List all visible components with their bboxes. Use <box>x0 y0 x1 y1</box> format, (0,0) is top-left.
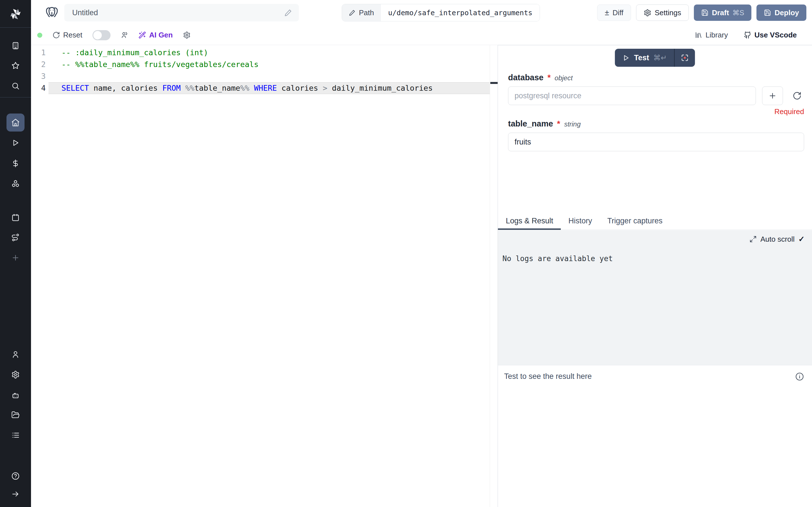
table-name-input[interactable] <box>508 133 804 151</box>
code-editor[interactable]: 1-- :daily_minimum_calories (int)2-- %%t… <box>31 45 490 507</box>
database-resource-input[interactable] <box>508 87 756 105</box>
code-line[interactable]: 3 <box>31 70 490 82</box>
sidebar-item-resources-cubes-icon[interactable] <box>11 179 20 188</box>
settings-button[interactable]: Settings <box>636 4 689 21</box>
script-title: Untitled <box>72 8 284 17</box>
code-text: SELECT name, calories FROM %%table_name%… <box>46 82 433 94</box>
code-text <box>46 70 61 82</box>
code-line[interactable]: 1-- :daily_minimum_calories (int) <box>31 47 490 59</box>
editor-settings-gear-icon[interactable] <box>183 31 191 39</box>
home-icon <box>11 118 20 127</box>
settings-button-label: Settings <box>655 8 681 17</box>
toggle-knob <box>93 31 102 40</box>
tab-trigger-captures[interactable]: Trigger captures <box>600 212 670 230</box>
use-vscode-button[interactable]: Use VScode <box>744 31 797 40</box>
toolbar-left: Reset AI Gen <box>37 30 191 40</box>
code-text: -- :daily_minimum_calories (int) <box>46 47 208 59</box>
windmill-logo-icon[interactable] <box>9 8 22 20</box>
sidebar-add-plus-icon[interactable] <box>11 253 20 262</box>
refresh-resources-button[interactable] <box>791 90 803 102</box>
database-input-row <box>508 87 804 105</box>
field-name-database: database <box>508 73 544 82</box>
sidebar-item-home[interactable] <box>6 114 24 131</box>
sidebar-divider <box>0 97 31 98</box>
windmill-editor-window: Untitled Path u/demo/safe_interpolated_a… <box>0 0 812 507</box>
diff-plus-minus-icon: ± <box>605 9 609 17</box>
postgresql-elephant-icon <box>45 5 59 20</box>
deploy-button[interactable]: Deploy <box>756 4 806 21</box>
capture-scan-icon <box>680 54 689 62</box>
run-panel: Test ⌘↵ database* object <box>498 45 812 507</box>
autoscroll-label[interactable]: Auto scroll <box>760 235 795 244</box>
cursor-position-marker <box>490 82 498 84</box>
logs-empty-message: No logs are available yet <box>502 255 812 263</box>
script-title-input[interactable]: Untitled <box>64 4 299 21</box>
test-shortcut: ⌘↵ <box>653 54 667 62</box>
draft-button[interactable]: Draft ⌘S <box>694 4 751 21</box>
tab-history[interactable]: History <box>561 212 600 230</box>
sidebar-item-folders-folder-open-icon[interactable] <box>11 411 20 419</box>
edit-title-pencil-icon[interactable] <box>284 9 292 17</box>
args-form: database* object Required table_name* st… <box>498 73 812 151</box>
draft-shortcut: ⌘S <box>732 9 744 17</box>
editor-toolbar: Reset AI Gen Library Use VScode <box>31 25 812 45</box>
autoscroll-check-icon[interactable]: ✓ <box>798 235 805 244</box>
sidebar-item-variables-dollar-icon[interactable] <box>11 159 20 168</box>
ai-gen-button[interactable]: AI Gen <box>139 31 173 40</box>
sidebar-item-user-icon[interactable] <box>11 350 20 358</box>
gear-icon <box>644 9 651 17</box>
path-control[interactable]: Path u/demo/safe_interpolated_arguments <box>342 4 540 21</box>
capture-trigger-button[interactable] <box>675 49 695 67</box>
sidebar-item-runs-play-icon[interactable] <box>11 138 20 147</box>
path-label: Path <box>359 8 374 17</box>
sidebar-item-workers-robot-icon[interactable] <box>11 391 20 399</box>
use-vscode-label: Use VScode <box>755 31 797 40</box>
path-value[interactable]: u/demo/safe_interpolated_arguments <box>381 4 540 21</box>
result-empty-message: Test to see the result here <box>504 372 592 381</box>
favorites-star-icon[interactable] <box>11 61 20 70</box>
collapse-arrow-right-icon[interactable] <box>11 490 20 498</box>
sidebar-item-list-icon[interactable] <box>11 431 20 439</box>
editor-overview-ruler[interactable] <box>490 45 498 507</box>
library-button[interactable]: Library <box>695 31 728 40</box>
tab-logs-result[interactable]: Logs & Result <box>498 212 561 230</box>
search-icon[interactable] <box>11 82 20 90</box>
line-number: 2 <box>31 59 46 70</box>
info-icon[interactable] <box>795 372 804 381</box>
play-icon <box>622 54 630 62</box>
diff-mode-toggle[interactable] <box>93 30 110 40</box>
code-line[interactable]: 2-- %%table_name%% fruits/vegetables/cer… <box>31 59 490 70</box>
diff-button[interactable]: ± Diff <box>597 4 631 21</box>
sidebar-item-flows-route-icon[interactable] <box>11 233 20 242</box>
sidebar-item-schedules-calendar-icon[interactable] <box>11 213 20 222</box>
add-resource-button[interactable] <box>762 87 783 105</box>
help-icon[interactable] <box>11 472 20 480</box>
save-icon <box>701 9 709 16</box>
table-name-field-label-row: table_name* string <box>508 119 804 130</box>
refresh-icon <box>793 91 802 100</box>
result-panel: Test to see the result here <box>498 365 812 507</box>
collaborators-users-icon[interactable] <box>121 31 128 39</box>
table-name-input-row <box>508 133 804 151</box>
line-number: 1 <box>31 47 46 59</box>
required-asterisk: * <box>557 119 560 128</box>
diff-button-label: Diff <box>612 8 623 17</box>
test-button[interactable]: Test ⌘↵ <box>615 49 674 67</box>
database-required-hint: Required <box>508 107 804 116</box>
field-type-database: object <box>555 74 573 82</box>
expand-logs-icon[interactable] <box>749 235 757 243</box>
code-text: -- %%table_name%% fruits/vegetables/cere… <box>46 59 259 70</box>
sidebar-item-settings-gear-icon[interactable] <box>11 371 20 379</box>
field-type-table-name: string <box>564 120 581 128</box>
test-button-group: Test ⌘↵ <box>615 49 695 67</box>
status-dot <box>37 33 42 38</box>
code-line[interactable]: 4SELECT name, calories FROM %%table_name… <box>31 82 490 94</box>
save-icon <box>764 9 771 16</box>
line-number: 3 <box>31 70 46 82</box>
reset-button[interactable]: Reset <box>52 31 82 40</box>
autoscroll-row: Auto scroll ✓ <box>498 230 812 244</box>
library-icon <box>695 31 702 39</box>
path-label-segment[interactable]: Path <box>342 4 381 21</box>
database-field-label-row: database* object <box>508 73 804 84</box>
workspace-building-icon[interactable] <box>11 41 20 50</box>
